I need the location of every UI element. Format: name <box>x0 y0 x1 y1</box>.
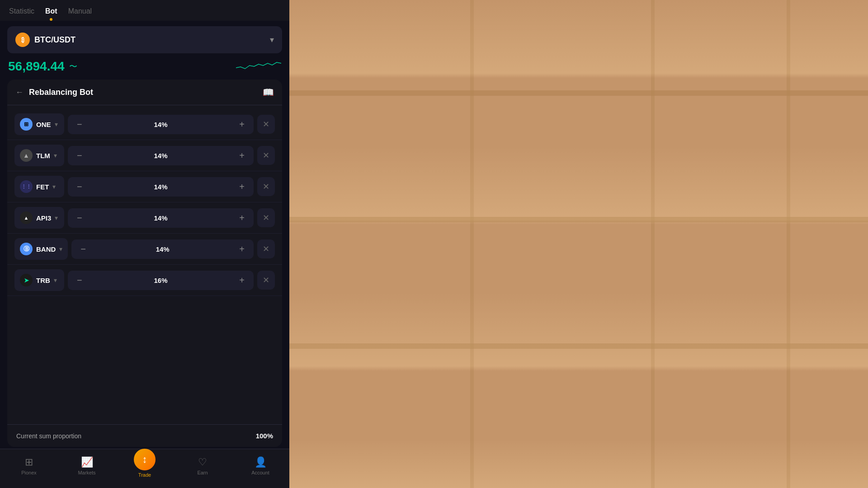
fet-percent: 14% <box>86 183 236 191</box>
account-icon: 👤 <box>255 456 267 468</box>
nav-earn[interactable]: ♡ Earn <box>174 453 231 479</box>
one-percent: 14% <box>86 121 236 128</box>
help-icon[interactable]: 📖 <box>263 87 274 98</box>
trb-increase-button[interactable]: + <box>236 275 248 286</box>
pair-name: BTC/USDT <box>34 35 75 45</box>
trb-decrease-button[interactable]: − <box>73 275 86 286</box>
chevron-down-icon: ▾ <box>59 245 62 253</box>
markets-icon: 📈 <box>81 456 93 468</box>
chevron-down-icon: ▾ <box>270 35 274 45</box>
nav-markets[interactable]: 📈 Markets <box>58 453 116 479</box>
token-one-selector[interactable]: ⊞ ONE ▾ <box>14 113 64 135</box>
band-decrease-button[interactable]: − <box>77 244 90 254</box>
band-percent: 14% <box>90 245 236 253</box>
chevron-down-icon: ▾ <box>54 152 57 159</box>
token-api3-selector[interactable]: ▲ API3 ▾ <box>14 207 64 229</box>
token-tlm-selector[interactable]: ▲ TLM ▾ <box>14 145 64 166</box>
svg-rect-5 <box>787 0 790 488</box>
btc-icon: ₿ <box>15 33 30 47</box>
trb-label: TRB <box>36 277 50 284</box>
band-remove-button[interactable]: ✕ <box>257 239 275 258</box>
chevron-down-icon: ▾ <box>52 183 56 190</box>
table-row: Ⓑ BAND ▾ − 14% + ✕ <box>7 234 282 265</box>
svg-rect-4 <box>651 0 655 488</box>
app-panel: Statistic Bot Manual ₿ BTC/USDT ▾ 56,894… <box>0 0 289 488</box>
band-icon: Ⓑ <box>20 243 33 255</box>
table-row: ▲ TLM ▾ − 14% + ✕ <box>7 140 282 171</box>
token-trb-selector[interactable]: ➤ TRB ▾ <box>14 269 64 291</box>
fet-percent-control: − 14% + <box>68 177 254 197</box>
back-button[interactable]: ← <box>15 88 24 97</box>
svg-rect-3 <box>470 0 474 488</box>
trb-icon: ➤ <box>20 274 33 286</box>
one-decrease-button[interactable]: − <box>73 119 86 130</box>
sum-label: Current sum proportion <box>16 432 81 440</box>
mini-chart <box>236 59 281 74</box>
price-value: 56,894.44 <box>8 59 65 74</box>
band-increase-button[interactable]: + <box>236 244 248 254</box>
table-row: ⊞ ONE ▾ − 14% + ✕ <box>7 109 282 140</box>
svg-rect-0 <box>289 90 868 96</box>
api3-decrease-button[interactable]: − <box>73 213 86 223</box>
account-label: Account <box>251 470 269 475</box>
sum-proportion-row: Current sum proportion 100% <box>7 424 282 447</box>
fet-increase-button[interactable]: + <box>236 182 248 192</box>
tlm-decrease-button[interactable]: − <box>73 150 86 161</box>
table-row: ⋮⋮ FET ▾ − 14% + ✕ <box>7 171 282 202</box>
tab-statistic[interactable]: Statistic <box>9 7 34 21</box>
pionex-icon: ⊞ <box>25 456 33 468</box>
table-row: ▲ API3 ▾ − 14% + ✕ <box>7 202 282 234</box>
fet-icon: ⋮⋮ <box>20 180 33 193</box>
trb-percent-control: − 16% + <box>68 271 254 290</box>
bot-content: ← Rebalancing Bot 📖 ⊞ ONE ▾ − 14% + ✕ <box>7 80 282 447</box>
tab-bar: Statistic Bot Manual <box>0 0 289 21</box>
tab-manual[interactable]: Manual <box>68 7 92 21</box>
tlm-percent: 14% <box>86 152 236 160</box>
markets-label: Markets <box>78 470 95 475</box>
table-row: ➤ TRB ▾ − 16% + ✕ <box>7 265 282 296</box>
earn-icon: ♡ <box>198 456 207 468</box>
fet-label: FET <box>36 183 49 191</box>
svg-rect-1 <box>289 217 868 222</box>
tab-bot[interactable]: Bot <box>45 7 57 21</box>
api3-icon: ▲ <box>20 211 33 224</box>
tlm-remove-button[interactable]: ✕ <box>257 146 275 165</box>
api3-label: API3 <box>36 214 51 222</box>
pair-selector[interactable]: ₿ BTC/USDT ▾ <box>7 26 282 53</box>
api3-percent: 14% <box>86 214 236 222</box>
chevron-down-icon: ▾ <box>55 214 58 221</box>
token-band-selector[interactable]: Ⓑ BAND ▾ <box>14 238 68 260</box>
one-percent-control: − 14% + <box>68 115 254 134</box>
bottom-nav: ⊞ Pionex 📈 Markets ↕ Trade ♡ Earn 👤 Acco… <box>0 449 289 488</box>
band-label: BAND <box>36 245 56 253</box>
tlm-increase-button[interactable]: + <box>236 150 248 161</box>
token-fet-selector[interactable]: ⋮⋮ FET ▾ <box>14 176 64 197</box>
one-icon: ⊞ <box>20 118 33 131</box>
sum-value: 100% <box>256 432 273 440</box>
fet-decrease-button[interactable]: − <box>73 182 86 192</box>
earn-label: Earn <box>197 470 208 475</box>
chevron-down-icon: ▾ <box>55 121 58 128</box>
nav-pionex[interactable]: ⊞ Pionex <box>0 453 58 479</box>
price-wave-icon: 〜 <box>69 61 77 72</box>
fet-remove-button[interactable]: ✕ <box>257 177 275 196</box>
api3-percent-control: − 14% + <box>68 208 254 228</box>
trb-percent: 16% <box>86 277 236 284</box>
nav-trade[interactable]: ↕ Trade <box>116 453 174 479</box>
tlm-icon: ▲ <box>20 149 33 162</box>
one-increase-button[interactable]: + <box>236 119 248 130</box>
one-remove-button[interactable]: ✕ <box>257 115 275 134</box>
trade-icon: ↕ <box>134 449 156 470</box>
tokens-list: ⊞ ONE ▾ − 14% + ✕ ▲ TLM ▾ − <box>7 105 282 424</box>
nav-account[interactable]: 👤 Account <box>231 453 289 479</box>
trb-remove-button[interactable]: ✕ <box>257 271 275 290</box>
api3-increase-button[interactable]: + <box>236 213 248 223</box>
price-area: 56,894.44 〜 <box>0 59 289 78</box>
bot-title: Rebalancing Bot <box>29 88 93 97</box>
bot-header: ← Rebalancing Bot 📖 <box>7 80 282 105</box>
pionex-label: Pionex <box>21 470 37 475</box>
api3-remove-button[interactable]: ✕ <box>257 208 275 227</box>
tlm-label: TLM <box>36 152 50 160</box>
tlm-percent-control: − 14% + <box>68 146 254 165</box>
band-percent-control: − 14% + <box>71 239 254 259</box>
